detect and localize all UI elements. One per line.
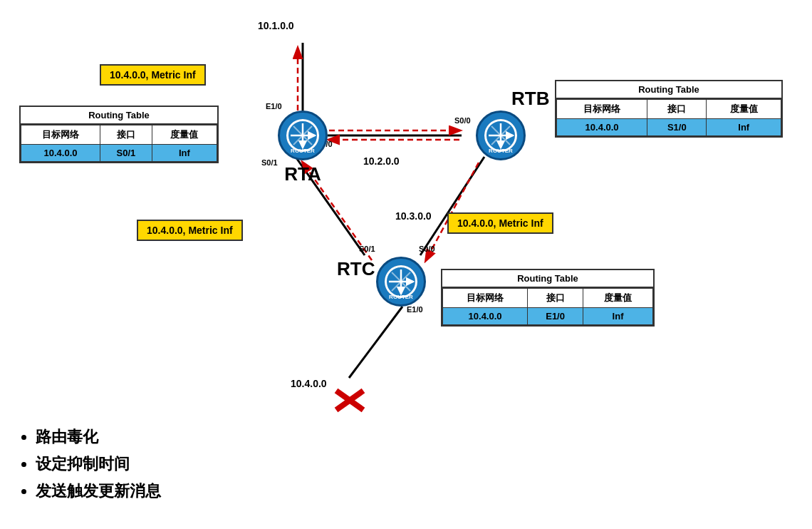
svg-line-25 bbox=[392, 272, 410, 291]
iface-rtc-s00: S0/0 bbox=[419, 245, 435, 253]
bullet-2: 设定抑制时间 bbox=[36, 453, 161, 475]
rtc-col-1: 目标网络 bbox=[443, 289, 528, 308]
network-label-n1: 10.1.0.0 bbox=[258, 20, 294, 31]
rta-row-1: 10.4.0.0 S0/1 Inf bbox=[21, 145, 217, 162]
routing-table-rtb: Routing Table 目标网络 接口 度量值 10.4.0.0 S1/0 … bbox=[555, 80, 783, 138]
rtc-col-3: 度量值 bbox=[583, 289, 653, 308]
bullet-1: 路由毒化 bbox=[36, 426, 161, 448]
svg-point-22 bbox=[385, 266, 417, 297]
svg-line-3 bbox=[420, 157, 484, 255]
rta-col-3: 度量值 bbox=[152, 125, 217, 145]
iface-rtb-s00: S0/0 bbox=[454, 116, 471, 125]
routing-table-rta: Routing Table 目标网络 接口 度量值 10.4.0.0 S0/1 … bbox=[19, 106, 219, 163]
router-rtc: ROUTER RTC bbox=[376, 257, 426, 307]
network-label-n2: 10.2.0.0 bbox=[363, 155, 400, 167]
rta-col-1: 目标网络 bbox=[21, 125, 100, 145]
network-label-n3: 10.3.0.0 bbox=[395, 210, 432, 222]
rtc-col-2: 接口 bbox=[528, 289, 583, 308]
rtb-col-2: 接口 bbox=[647, 100, 707, 119]
metric-badge-2: 10.4.0.0, Metric Inf bbox=[137, 220, 243, 241]
svg-line-20 bbox=[491, 126, 510, 145]
iface-rta-s01: S0/1 bbox=[261, 158, 278, 167]
svg-line-15 bbox=[293, 126, 312, 145]
iface-rta-e1: E1/0 bbox=[266, 102, 282, 111]
rta-col-2: 接口 bbox=[100, 125, 152, 145]
svg-line-4 bbox=[349, 307, 402, 378]
router-rtc-name: RTC bbox=[337, 258, 375, 280]
routing-table-rtc: Routing Table 目标网络 接口 度量值 10.4.0.0 E1/0 … bbox=[441, 269, 655, 327]
rtb-row-1: 10.4.0.0 S1/0 Inf bbox=[557, 119, 781, 136]
bullet-list: 路由毒化 设定抑制时间 发送触发更新消息 bbox=[21, 426, 161, 508]
router-rta-sublabel: ROUTER bbox=[291, 148, 315, 154]
svg-line-11 bbox=[336, 391, 363, 410]
svg-line-21 bbox=[491, 126, 510, 145]
rtb-col-3: 度量值 bbox=[707, 100, 781, 119]
router-rta-name: RTA bbox=[284, 163, 321, 185]
network-label-n4: 10.4.0.0 bbox=[291, 378, 327, 389]
router-rtb-name: RTB bbox=[511, 88, 549, 110]
router-rta: ROUTER RTA bbox=[278, 111, 328, 185]
router-rtc-sublabel: ROUTER bbox=[389, 294, 413, 300]
router-rtb-sublabel: ROUTER bbox=[489, 148, 513, 154]
svg-point-17 bbox=[485, 120, 516, 151]
iface-rtc-s01: S0/1 bbox=[359, 245, 375, 253]
rtb-col-1: 目标网络 bbox=[557, 100, 647, 119]
svg-point-12 bbox=[287, 120, 318, 151]
svg-line-26 bbox=[392, 272, 410, 291]
svg-line-10 bbox=[336, 391, 363, 410]
metric-badge-3: 10.4.0.0, Metric Inf bbox=[447, 212, 553, 234]
router-rtb: ROUTER RTB bbox=[476, 111, 526, 160]
metric-badge-1: 10.4.0.0, Metric Inf bbox=[100, 64, 206, 86]
svg-line-16 bbox=[293, 126, 312, 145]
rtc-row-1: 10.4.0.0 E1/0 Inf bbox=[443, 308, 653, 325]
bullet-3: 发送触发更新消息 bbox=[36, 481, 161, 502]
